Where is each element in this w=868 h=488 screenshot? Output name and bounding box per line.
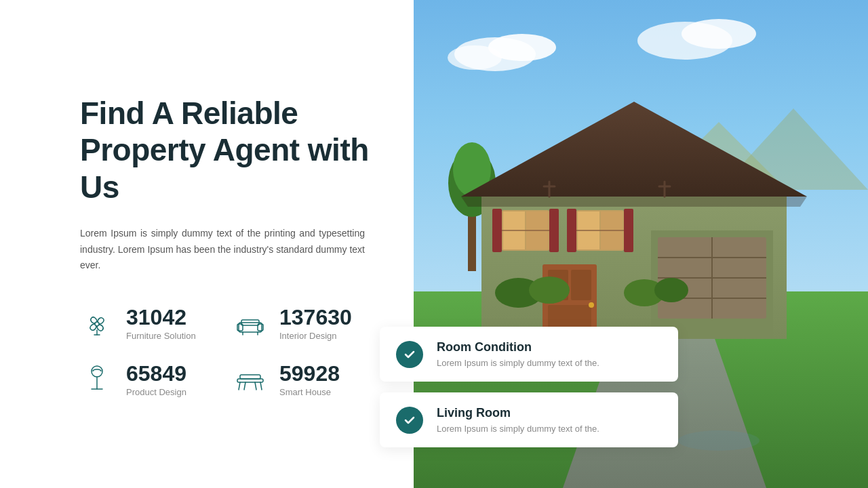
info-card-room-condition: Room Condition Lorem Ipsum is simply dum…: [380, 327, 678, 382]
stat-smart-label: Smart House: [279, 387, 340, 397]
svg-rect-51: [624, 209, 633, 252]
stat-furniture-label: Furniture Solution: [126, 331, 196, 341]
svg-line-15: [244, 382, 245, 390]
stat-product-text: 65849 Product Design: [126, 363, 186, 397]
stat-interior-number: 137630: [279, 306, 352, 328]
stat-furniture: 31042 Furniture Solution: [80, 306, 220, 341]
stat-interior: 137630 Interior Design: [233, 306, 373, 341]
cards-overlay: Room Condition Lorem Ipsum is simply dum…: [380, 327, 841, 447]
stat-product: 65849 Product Design: [80, 363, 220, 397]
stats-grid: 31042 Furniture Solution: [80, 306, 373, 397]
page-layout: Find A Reliable Property Agent with Us L…: [0, 0, 868, 488]
stat-interior-label: Interior Design: [279, 331, 352, 341]
hero-title: Find A Reliable Property Agent with Us: [80, 95, 373, 205]
stat-smart: 59928 Smart House: [233, 363, 373, 397]
svg-point-63: [529, 277, 570, 304]
check-icon-room: [396, 341, 423, 368]
svg-line-16: [255, 382, 256, 390]
sofa-icon: [233, 307, 267, 341]
check-icon-living: [396, 407, 423, 434]
stat-interior-text: 137630 Interior Design: [279, 306, 352, 341]
card-room-desc: Lorem Ipsum is simply dummy text of the.: [437, 358, 599, 368]
svg-rect-50: [567, 209, 576, 252]
right-panel: Room Condition Lorem Ipsum is simply dum…: [414, 0, 868, 488]
svg-point-21: [448, 45, 502, 70]
card-living-title: Living Room: [437, 406, 599, 420]
bench-icon: [233, 363, 267, 397]
card-living-desc: Lorem Ipsum is simply dummy text of the.: [437, 424, 599, 434]
fan-icon: [80, 307, 114, 341]
stat-product-label: Product Design: [126, 387, 186, 397]
hero-description: Lorem Ipsum is simply dummy text of the …: [80, 226, 365, 274]
svg-line-13: [239, 382, 240, 390]
svg-point-23: [682, 19, 756, 49]
svg-line-14: [260, 382, 262, 390]
card-room-content: Room Condition Lorem Ipsum is simply dum…: [437, 340, 599, 368]
svg-rect-17: [240, 375, 260, 379]
stat-smart-number: 59928: [279, 363, 340, 384]
stat-furniture-number: 31042: [126, 306, 196, 328]
card-room-title: Room Condition: [437, 340, 599, 354]
svg-point-65: [654, 278, 688, 302]
lamp-icon: [80, 363, 114, 397]
info-card-living-room: Living Room Lorem Ipsum is simply dummy …: [380, 392, 678, 447]
left-panel: Find A Reliable Property Agent with Us L…: [0, 0, 414, 488]
svg-point-0: [95, 322, 99, 326]
svg-rect-44: [492, 209, 502, 252]
svg-marker-33: [461, 197, 807, 207]
stat-product-number: 65849: [126, 363, 186, 384]
card-living-content: Living Room Lorem Ipsum is simply dummy …: [437, 406, 599, 434]
stat-smart-text: 59928 Smart House: [279, 363, 340, 397]
svg-rect-45: [549, 209, 559, 252]
stat-furniture-text: 31042 Furniture Solution: [126, 306, 196, 341]
